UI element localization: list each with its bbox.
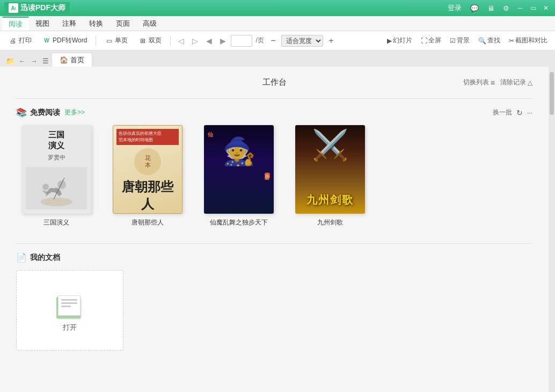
workspace-actions: 切换列表 ≡ 清除记录 △ xyxy=(463,78,532,87)
cover-4-figure: ⚔️ xyxy=(312,128,349,163)
svg-point-0 xyxy=(40,198,72,206)
list-icon: ≡ xyxy=(491,78,495,87)
prev-page-button[interactable]: ◁ xyxy=(175,35,187,47)
scrollbar-thumb[interactable] xyxy=(550,72,554,115)
menu-view[interactable]: 视图 xyxy=(29,17,56,31)
tab-menu-button[interactable]: ☰ xyxy=(40,55,52,67)
my-docs-title: 我的文档 xyxy=(30,253,60,263)
title-bar-controls: 登录 💬 🖥 ⚙ ─ ▭ ✕ xyxy=(445,2,551,14)
print-button[interactable]: 🖨 打印 xyxy=(4,34,36,47)
single-page-button[interactable]: ▭ 单页 xyxy=(100,34,132,47)
slideshow-button[interactable]: ▶ 幻灯片 xyxy=(384,34,415,47)
book-title-3: 仙魔乱舞之独步天下 xyxy=(210,218,268,227)
fullscreen-icon: ⛶ xyxy=(421,37,427,45)
book-item-4[interactable]: ⚔️ 九州剑歌 九州剑歌 xyxy=(290,125,370,227)
home-icon: 🏠 xyxy=(60,56,68,64)
book-item-3[interactable]: 仙 🧙 仙魔乱舞 之独步天下 仙魔乱舞之独步天下 xyxy=(199,125,279,227)
menu-read[interactable]: 阅读 xyxy=(2,17,29,31)
book-cover-3: 仙 🧙 仙魔乱舞 之独步天下 xyxy=(204,125,274,214)
toolbar: 🖨 打印 W PDF转Word ▭ 单页 ⊞ 双页 ◁ ▷ ◀ ▶ /页 − 适… xyxy=(0,31,555,50)
menu-page[interactable]: 页面 xyxy=(109,17,136,31)
menu-advanced[interactable]: 高级 xyxy=(136,17,163,31)
more-link[interactable]: 更多>> xyxy=(64,108,85,117)
book-title-2: 唐朝那些人 xyxy=(132,218,164,227)
zoom-select[interactable]: 适合宽度 适合页面 75% 100% 125% 150% xyxy=(281,35,323,47)
book-title-1: 三国演义 xyxy=(43,218,69,227)
double-page-icon: ⊞ xyxy=(138,37,147,45)
main-area: 工作台 切换列表 ≡ 清除记录 △ 📚 免费阅读 更多>> 换一批 ↻ ·· xyxy=(0,67,555,392)
book-grid: 三国演义 罗贯中 xyxy=(16,125,532,227)
single-page-icon: ▭ xyxy=(105,37,113,45)
clear-records-button[interactable]: 清除记录 △ xyxy=(500,78,532,87)
clear-icon: △ xyxy=(528,79,532,86)
refresh-icon[interactable]: ↻ xyxy=(516,108,523,117)
content-area: 工作台 切换列表 ≡ 清除记录 △ 📚 免费阅读 更多>> 换一批 ↻ ·· xyxy=(0,67,549,392)
refresh-batch-button[interactable]: 换一批 xyxy=(493,108,512,117)
section-right-actions: 换一批 ↻ ··· xyxy=(493,108,532,117)
menu-convert[interactable]: 转换 xyxy=(83,17,109,31)
crop-button[interactable]: ✂ 截图和对比 xyxy=(506,34,551,47)
minimize-button[interactable]: ─ xyxy=(515,3,525,13)
find-label: 查找 xyxy=(487,36,500,45)
more-options-button[interactable]: ··· xyxy=(527,109,532,117)
feedback-icon[interactable]: 💬 xyxy=(468,3,481,13)
svg-point-3 xyxy=(42,184,49,190)
book-item-2[interactable]: 告诉你真实的初唐大臣范本地的时间地图 花本 唐朝那些人 唐朝那些人 xyxy=(107,125,188,227)
book-icon: 📚 xyxy=(16,107,27,118)
open-file-button[interactable]: 打开 xyxy=(16,270,123,351)
cover-2-red-box: 告诉你真实的初唐大臣范本地的时间地图 xyxy=(116,129,179,145)
find-icon: 🔍 xyxy=(478,37,486,45)
restore-button[interactable]: ▭ xyxy=(528,3,538,13)
find-button[interactable]: 🔍 查找 xyxy=(475,34,503,47)
app-name: 迅读PDF大师 xyxy=(20,3,65,13)
next-page-button[interactable]: ▷ xyxy=(189,35,201,47)
bg-icon: ☑ xyxy=(450,37,456,45)
open-icon-paper xyxy=(58,295,81,316)
screen-icon[interactable]: 🖥 xyxy=(485,3,497,13)
page-unit: /页 xyxy=(255,36,264,45)
double-label: 双页 xyxy=(149,36,162,45)
tab-back-button[interactable]: ← xyxy=(16,55,28,67)
go-forward-button[interactable]: ▶ xyxy=(217,35,229,47)
app-logo: Ai 迅读PDF大师 xyxy=(4,2,70,14)
book-item-1[interactable]: 三国演义 罗贯中 xyxy=(16,125,97,227)
scrollbar[interactable] xyxy=(549,67,555,392)
workspace-header: 工作台 切换列表 ≡ 清除记录 △ xyxy=(16,77,532,88)
pdf-word-icon: W xyxy=(42,37,51,45)
separator-1 xyxy=(96,35,96,46)
pdf-to-word-button[interactable]: W PDF转Word xyxy=(38,34,91,47)
fullscreen-button[interactable]: ⛶ 全屏 xyxy=(418,34,444,47)
home-tab-label: 首页 xyxy=(70,55,84,65)
my-docs-section: 📄 我的文档 打开 xyxy=(16,252,532,351)
menu-annotate[interactable]: 注释 xyxy=(56,17,83,31)
fullscreen-label: 全屏 xyxy=(428,36,441,45)
tab-forward-button[interactable]: → xyxy=(28,55,40,67)
switch-view-button[interactable]: 切换列表 ≡ xyxy=(463,78,495,87)
cover-3-title-vertical: 仙魔乱舞 之独步天下 xyxy=(263,130,271,208)
cover-1-title: 三国演义 xyxy=(48,129,64,150)
slideshow-icon: ▶ xyxy=(387,37,392,45)
docs-icon: 📄 xyxy=(16,252,27,263)
home-tab[interactable]: 🏠 首页 xyxy=(52,53,92,67)
divider-2 xyxy=(16,243,532,244)
book-cover-2: 告诉你真实的初唐大臣范本地的时间地图 花本 唐朝那些人 xyxy=(113,125,182,214)
crop-label: 截图和对比 xyxy=(515,36,547,45)
tab-folder-icon[interactable]: 📁 xyxy=(4,55,16,67)
zoom-out-button[interactable]: − xyxy=(267,35,279,47)
menu-bar: 阅读 视图 注释 转换 页面 高级 xyxy=(0,16,555,31)
free-reading-header: 📚 免费阅读 更多>> 换一批 ↻ ··· xyxy=(16,107,532,118)
login-button[interactable]: 登录 xyxy=(445,2,464,14)
go-back-button[interactable]: ◀ xyxy=(203,35,215,47)
settings-icon[interactable]: ⚙ xyxy=(500,3,512,13)
close-button[interactable]: ✕ xyxy=(541,3,551,13)
double-page-button[interactable]: ⊞ 双页 xyxy=(134,34,166,47)
svg-point-1 xyxy=(57,180,66,189)
single-label: 单页 xyxy=(115,36,128,45)
toolbar-right: ▶ 幻灯片 ⛶ 全屏 ☑ 背景 🔍 查找 ✂ 截图和对比 xyxy=(384,34,551,47)
cover-4-title-text: 九州剑歌 xyxy=(295,193,365,207)
workspace-title: 工作台 xyxy=(262,77,287,88)
bg-button[interactable]: ☑ 背景 xyxy=(447,34,473,47)
zoom-in-button[interactable]: + xyxy=(325,35,337,47)
page-input[interactable] xyxy=(231,35,252,47)
switch-view-label: 切换列表 xyxy=(463,78,489,87)
